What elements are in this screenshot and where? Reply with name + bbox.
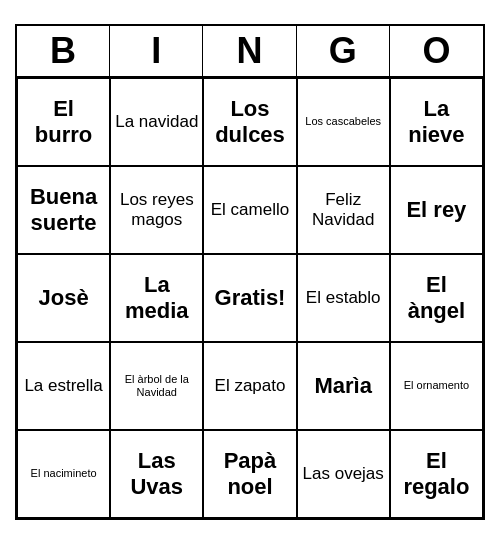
bingo-cell[interactable]: El camello bbox=[203, 166, 296, 254]
bingo-cell[interactable]: El burro bbox=[17, 78, 110, 166]
cell-text: La estrella bbox=[24, 376, 102, 396]
cell-text: Los cascabeles bbox=[305, 115, 381, 128]
cell-text: Las Uvas bbox=[115, 448, 198, 501]
bingo-header: BINGO bbox=[17, 26, 483, 78]
cell-text: La navidad bbox=[115, 112, 198, 132]
bingo-cell[interactable]: El regalo bbox=[390, 430, 483, 518]
cell-text: El burro bbox=[22, 96, 105, 149]
cell-text: La media bbox=[115, 272, 198, 325]
cell-text: Las ovejas bbox=[303, 464, 384, 484]
header-letter: O bbox=[390, 26, 483, 76]
bingo-cell[interactable]: Gratis! bbox=[203, 254, 296, 342]
bingo-cell[interactable]: El ornamento bbox=[390, 342, 483, 430]
cell-text: Los reyes magos bbox=[115, 190, 198, 231]
bingo-cell[interactable]: Los cascabeles bbox=[297, 78, 390, 166]
bingo-cell[interactable]: El establo bbox=[297, 254, 390, 342]
cell-text: Gratis! bbox=[215, 285, 286, 311]
bingo-cell[interactable]: Papà noel bbox=[203, 430, 296, 518]
cell-text: Feliz Navidad bbox=[302, 190, 385, 231]
bingo-card: BINGO El burroLa navidadLos dulcesLos ca… bbox=[15, 24, 485, 520]
header-letter: B bbox=[17, 26, 110, 76]
cell-text: El àrbol de la Navidad bbox=[115, 373, 198, 399]
bingo-cell[interactable]: Los reyes magos bbox=[110, 166, 203, 254]
bingo-cell[interactable]: El àngel bbox=[390, 254, 483, 342]
bingo-cell[interactable]: La media bbox=[110, 254, 203, 342]
bingo-cell[interactable]: Marìa bbox=[297, 342, 390, 430]
bingo-cell[interactable]: Las ovejas bbox=[297, 430, 390, 518]
cell-text: El rey bbox=[406, 197, 466, 223]
bingo-cell[interactable]: Buena suerte bbox=[17, 166, 110, 254]
cell-text: Buena suerte bbox=[22, 184, 105, 237]
cell-text: El àngel bbox=[395, 272, 478, 325]
bingo-cell[interactable]: Feliz Navidad bbox=[297, 166, 390, 254]
cell-text: El regalo bbox=[395, 448, 478, 501]
header-letter: N bbox=[203, 26, 296, 76]
bingo-grid: El burroLa navidadLos dulcesLos cascabel… bbox=[17, 78, 483, 518]
bingo-cell[interactable]: El àrbol de la Navidad bbox=[110, 342, 203, 430]
bingo-cell[interactable]: El nacimineto bbox=[17, 430, 110, 518]
bingo-cell[interactable]: La nieve bbox=[390, 78, 483, 166]
cell-text: Los dulces bbox=[208, 96, 291, 149]
header-letter: G bbox=[297, 26, 390, 76]
bingo-cell[interactable]: El rey bbox=[390, 166, 483, 254]
bingo-cell[interactable]: Josè bbox=[17, 254, 110, 342]
cell-text: El ornamento bbox=[404, 379, 469, 392]
bingo-cell[interactable]: Los dulces bbox=[203, 78, 296, 166]
cell-text: El establo bbox=[306, 288, 381, 308]
cell-text: Papà noel bbox=[208, 448, 291, 501]
cell-text: Josè bbox=[39, 285, 89, 311]
bingo-cell[interactable]: La navidad bbox=[110, 78, 203, 166]
cell-text: Marìa bbox=[314, 373, 371, 399]
cell-text: El zapato bbox=[215, 376, 286, 396]
cell-text: El nacimineto bbox=[31, 467, 97, 480]
cell-text: El camello bbox=[211, 200, 289, 220]
header-letter: I bbox=[110, 26, 203, 76]
bingo-cell[interactable]: La estrella bbox=[17, 342, 110, 430]
bingo-cell[interactable]: El zapato bbox=[203, 342, 296, 430]
bingo-cell[interactable]: Las Uvas bbox=[110, 430, 203, 518]
cell-text: La nieve bbox=[395, 96, 478, 149]
